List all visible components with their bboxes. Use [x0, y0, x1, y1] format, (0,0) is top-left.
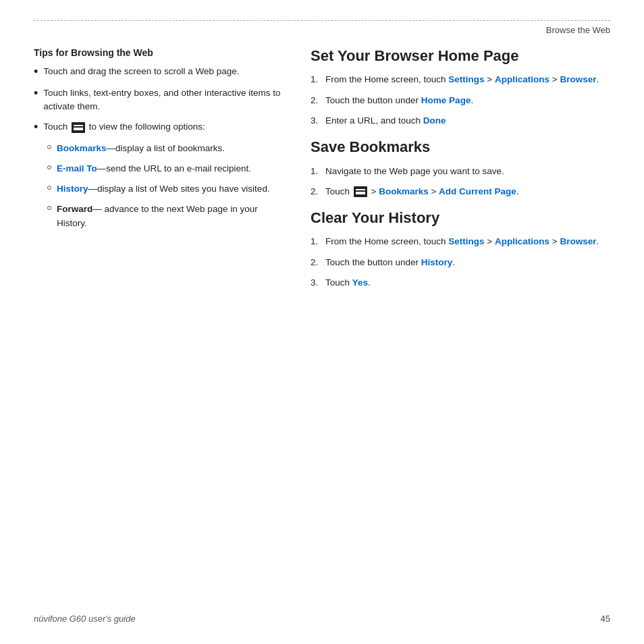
browser-home-title: Set Your Browser Home Page — [311, 47, 610, 65]
bookmarks-link: Bookmarks — [57, 143, 107, 153]
list-item: 1. From the Home screen, touch Settings … — [311, 73, 610, 86]
step-text: Touch the button under Home Page. — [325, 94, 473, 107]
header-title: Browse the Web — [546, 25, 610, 35]
tips-bullet-list: • Touch and drag the screen to scroll a … — [34, 65, 284, 135]
clear-history-section: Clear Your History 1. From the Home scre… — [311, 209, 610, 290]
step-text: Enter a URL, and touch Done — [325, 114, 446, 128]
list-item: 1. From the Home screen, touch Settings … — [311, 235, 610, 248]
bullet-dot: • — [34, 120, 38, 135]
history-link: History — [57, 184, 88, 194]
history-link: History — [421, 257, 453, 267]
sub-bullet-circle — [47, 165, 51, 169]
sub-bullet-text: E-mail To—send the URL to an e-mail reci… — [57, 162, 251, 176]
clear-history-title: Clear Your History — [311, 209, 610, 227]
step-number: 3. — [311, 114, 325, 128]
bullet-text: Touch and drag the screen to scroll a We… — [43, 65, 239, 78]
step-text: Touch Yes. — [325, 276, 371, 290]
list-item: 3. Enter a URL, and touch Done — [311, 114, 610, 128]
applications-link: Applications — [495, 74, 549, 84]
sub-bullet-list: Bookmarks—display a list of bookmarks. E… — [47, 142, 284, 230]
sub-bullet-circle — [47, 145, 51, 149]
done-link: Done — [423, 115, 446, 126]
applications-link: Applications — [495, 236, 549, 246]
list-item: 2. Touch the button under History. — [311, 256, 610, 269]
step-text: Navigate to the Web page you want to sav… — [325, 165, 504, 178]
clear-history-steps: 1. From the Home screen, touch Settings … — [311, 235, 610, 290]
browser-link: Browser — [560, 236, 596, 246]
left-column: Tips for Browsing the Web • Touch and dr… — [34, 47, 284, 300]
top-rule — [34, 20, 610, 21]
step-number: 2. — [311, 185, 325, 198]
sub-bullet-text: Forward— advance to the next Web page in… — [57, 203, 284, 230]
yes-link: Yes — [352, 277, 368, 288]
list-item: 2. Touch > Bookmarks > Add Current Page. — [311, 185, 610, 198]
step-number: 1. — [311, 235, 325, 248]
page-header: Browse the Web — [34, 25, 610, 35]
step-number: 2. — [311, 256, 325, 269]
bullet-dot: • — [34, 65, 38, 80]
step-number: 1. — [311, 73, 325, 86]
page-footer: nüvifone G60 user's guide 45 — [34, 614, 610, 624]
list-item: Bookmarks—display a list of bookmarks. — [47, 142, 284, 155]
save-bookmarks-title: Save Bookmarks — [311, 138, 610, 156]
email-to-link: E-mail To — [57, 163, 97, 173]
browser-home-section: Set Your Browser Home Page 1. From the H… — [311, 47, 610, 128]
right-column: Set Your Browser Home Page 1. From the H… — [311, 47, 610, 300]
step-text: Touch the button under History. — [325, 256, 455, 269]
menu-icon — [354, 186, 367, 197]
step-number: 3. — [311, 276, 325, 290]
browser-home-steps: 1. From the Home screen, touch Settings … — [311, 73, 610, 128]
sub-bullet-text: Bookmarks—display a list of bookmarks. — [57, 142, 225, 155]
tips-section-title: Tips for Browsing the Web — [34, 47, 284, 58]
list-item: Forward— advance to the next Web page in… — [47, 203, 284, 230]
step-text: From the Home screen, touch Settings > A… — [325, 73, 599, 86]
list-item: • Touch and drag the screen to scroll a … — [34, 65, 284, 80]
settings-link: Settings — [448, 236, 484, 246]
step-text: Touch > Bookmarks > Add Current Page. — [325, 185, 519, 198]
content-area: Tips for Browsing the Web • Touch and dr… — [34, 47, 610, 300]
save-bookmarks-section: Save Bookmarks 1. Navigate to the Web pa… — [311, 138, 610, 198]
bullet-text: Touch links, text-entry boxes, and other… — [43, 86, 284, 114]
sub-bullet-circle — [47, 206, 51, 210]
browser-link: Browser — [560, 74, 596, 84]
footer-guide-title: nüvifone G60 user's guide — [34, 614, 136, 624]
list-item: History—display a list of Web sites you … — [47, 182, 284, 196]
list-item: 2. Touch the button under Home Page. — [311, 94, 610, 107]
add-current-page-link: Add Current Page — [439, 186, 516, 196]
footer-page-number: 45 — [601, 614, 610, 624]
step-text: From the Home screen, touch Settings > A… — [325, 235, 599, 248]
page: Browse the Web Tips for Browsing the Web… — [0, 0, 644, 644]
sub-bullet-text: History—display a list of Web sites you … — [57, 182, 270, 196]
home-page-link: Home Page — [421, 95, 471, 105]
sub-bullet-circle — [47, 186, 51, 190]
settings-link: Settings — [448, 74, 484, 84]
bullet-dot: • — [34, 86, 38, 101]
step-number: 2. — [311, 94, 325, 107]
list-item: 1. Navigate to the Web page you want to … — [311, 165, 610, 178]
forward-label: Forward — [57, 204, 92, 214]
list-item: 3. Touch Yes. — [311, 276, 610, 290]
list-item: E-mail To—send the URL to an e-mail reci… — [47, 162, 284, 176]
step-number: 1. — [311, 165, 325, 178]
bookmarks-link: Bookmarks — [379, 186, 429, 196]
save-bookmarks-steps: 1. Navigate to the Web page you want to … — [311, 165, 610, 199]
list-item: • Touch links, text-entry boxes, and oth… — [34, 86, 284, 114]
list-item: • Touch to view the following options: — [34, 120, 284, 135]
menu-icon — [72, 122, 85, 133]
bullet-text: Touch to view the following options: — [43, 120, 205, 134]
